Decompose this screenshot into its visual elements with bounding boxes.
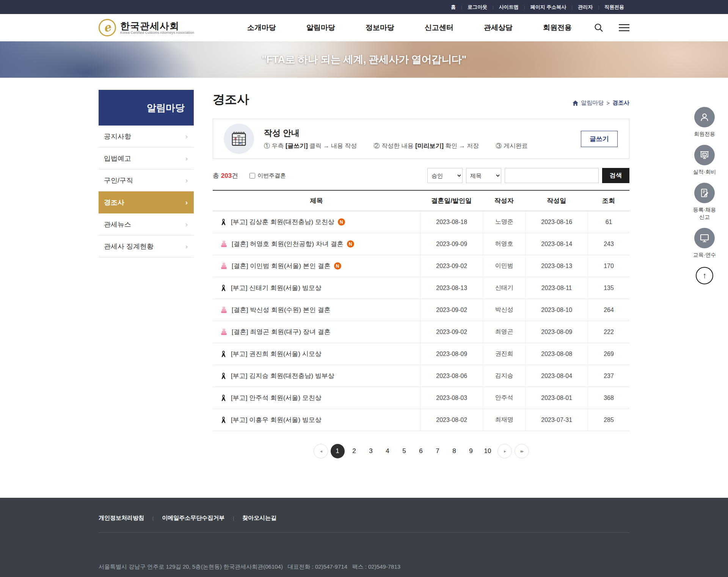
post-title-link[interactable]: [부고] 신태기 회원(서울) 빙모상 bbox=[231, 284, 322, 292]
scroll-to-top-button[interactable]: ↑ bbox=[696, 267, 713, 284]
ribbon-icon bbox=[220, 218, 227, 226]
chevron-right-icon: › bbox=[185, 220, 188, 229]
calendar-icon bbox=[224, 124, 254, 154]
post-title-link[interactable]: [결혼] 허영호 회원(인천공항) 차녀 결혼 bbox=[232, 240, 344, 248]
this-week-wedding-filter[interactable]: 이번주결혼 bbox=[249, 172, 286, 179]
nav-item-members[interactable]: 회원전용 bbox=[528, 23, 587, 33]
post-title-link[interactable]: [결혼] 최영곤 회원(대구) 장녀 결혼 bbox=[232, 328, 331, 336]
sidebar-item-family-events[interactable]: 경조사› bbox=[99, 191, 194, 213]
menu-icon[interactable] bbox=[619, 24, 629, 31]
nav-item-notice[interactable]: 알림마당 bbox=[291, 23, 350, 33]
search-icon[interactable] bbox=[594, 23, 604, 33]
quick-menu: 회원전용 실적·회비 등록·채용 신고 교육·연수 ↑ bbox=[688, 107, 721, 284]
sidebar-item-legislation[interactable]: 입법예고› bbox=[99, 147, 194, 169]
table-row: [결혼] 최영곤 회원(대구) 장녀 결혼2023-09-02최영곤2023-0… bbox=[213, 321, 629, 343]
post-title-link[interactable]: [결혼] 이민범 회원(서울) 본인 결혼 bbox=[232, 262, 331, 270]
search-input[interactable] bbox=[505, 168, 599, 183]
topbar-link-sitemap[interactable]: 사이트맵 bbox=[494, 4, 524, 11]
page-number-1[interactable]: 1 bbox=[331, 444, 345, 458]
event-date-cell: 2023-08-13 bbox=[420, 277, 483, 299]
write-button[interactable]: 글쓰기 bbox=[581, 131, 618, 147]
site-header: e 한국관세사회 Korea Certified Customs Attorne… bbox=[0, 14, 728, 41]
table-row: [부고] 김지승 회원(대전충남) 빙부상2023-08-06김지승2023-0… bbox=[213, 365, 629, 387]
search-button[interactable]: 검색 bbox=[602, 168, 629, 183]
cake-icon bbox=[220, 240, 228, 248]
page-number-5[interactable]: 5 bbox=[397, 444, 411, 458]
quickmenu-members[interactable]: 회원전용 bbox=[690, 107, 719, 138]
page-number-6[interactable]: 6 bbox=[414, 444, 428, 458]
topbar-link-copy-url[interactable]: 페이지 주소복사 bbox=[525, 4, 572, 11]
page-number-7[interactable]: 7 bbox=[431, 444, 445, 458]
written-date-cell: 2023-08-11 bbox=[525, 277, 588, 299]
topbar-link-logout[interactable]: 로그아웃 bbox=[462, 4, 493, 11]
next-page-button[interactable]: ▸ bbox=[497, 444, 512, 458]
nav-item-consult[interactable]: 관세상담 bbox=[469, 23, 528, 33]
nav-item-report[interactable]: 신고센터 bbox=[410, 23, 469, 33]
sidebar-item-jobs[interactable]: 구인/구직› bbox=[99, 169, 194, 191]
user-icon bbox=[694, 107, 715, 127]
table-body: [부고] 김상훈 회원(대전충남) 모친상N2023-08-18노명준2023-… bbox=[213, 211, 629, 431]
sidebar-item-discipline[interactable]: 관세사 징계현황› bbox=[99, 235, 194, 257]
divider: | bbox=[152, 516, 154, 521]
post-title-link[interactable]: [부고] 김상훈 회원(대전충남) 모친상 bbox=[231, 218, 334, 226]
sidebar-item-notice[interactable]: 공지사항› bbox=[99, 125, 194, 147]
divider bbox=[99, 532, 629, 533]
page-number-9[interactable]: 9 bbox=[464, 444, 478, 458]
breadcrumb-section[interactable]: 알림마당 bbox=[581, 99, 604, 107]
breadcrumb: 알림마당 > 경조사 bbox=[573, 99, 629, 108]
sidebar: 알림마당 공지사항› 입법예고› 구인/구직› 경조사› 관세뉴스› 관세사 징… bbox=[99, 90, 194, 257]
event-date-cell: 2023-09-02 bbox=[420, 321, 483, 343]
author-cell: 노명준 bbox=[483, 211, 525, 233]
last-page-button[interactable]: ▸▸ bbox=[515, 444, 529, 458]
logo-title: 한국관세사회 bbox=[120, 21, 194, 31]
written-date-cell: 2023-08-10 bbox=[525, 299, 588, 321]
ribbon-icon bbox=[220, 416, 227, 424]
chevron-right-icon: › bbox=[185, 176, 188, 185]
status-select[interactable]: 승인 bbox=[427, 168, 463, 183]
ribbon-icon bbox=[220, 284, 227, 292]
new-badge: N bbox=[338, 218, 345, 226]
table-row: [부고] 신태기 회원(서울) 빙모상2023-08-13신태기2023-08-… bbox=[213, 277, 629, 299]
sidebar-item-customs-news[interactable]: 관세뉴스› bbox=[99, 213, 194, 235]
post-title-link[interactable]: [부고] 안주석 회원(서울) 모친상 bbox=[231, 394, 322, 402]
page-number-2[interactable]: 2 bbox=[347, 444, 361, 458]
divider: | bbox=[233, 516, 234, 521]
breadcrumb-current: 경조사 bbox=[612, 99, 629, 107]
page-number-10[interactable]: 10 bbox=[481, 444, 495, 458]
quickmenu-education[interactable]: 교육·연수 bbox=[690, 228, 719, 259]
page-number-4[interactable]: 4 bbox=[381, 444, 395, 458]
post-title-link[interactable]: [부고] 김지승 회원(대전충남) 빙부상 bbox=[231, 372, 334, 380]
ribbon-icon bbox=[220, 350, 227, 358]
author-cell: 이민범 bbox=[483, 255, 525, 277]
footer-link-directions[interactable]: 찾아오시는길 bbox=[242, 514, 276, 522]
event-date-cell: 2023-08-18 bbox=[420, 211, 483, 233]
this-week-wedding-checkbox[interactable] bbox=[249, 173, 255, 179]
event-date-cell: 2023-09-09 bbox=[420, 233, 483, 255]
presentation-icon bbox=[694, 145, 715, 165]
logo[interactable]: e 한국관세사회 Korea Certified Customs Attorne… bbox=[99, 19, 194, 36]
page-number-3[interactable]: 3 bbox=[364, 444, 378, 458]
page-number-8[interactable]: 8 bbox=[447, 444, 461, 458]
views-cell: 264 bbox=[588, 299, 629, 321]
post-title-link[interactable]: [결혼] 박신성 회원(수원) 본인 결혼 bbox=[232, 306, 331, 314]
pagination: ◂ 12345678910 ▸ ▸▸ bbox=[213, 444, 629, 458]
post-title-link[interactable]: [부고] 이흥우 회원(서울) 빙모상 bbox=[231, 416, 322, 424]
nav-item-info[interactable]: 정보마당 bbox=[350, 23, 410, 33]
col-header-title: 제목 bbox=[213, 196, 420, 205]
prev-page-button[interactable]: ◂ bbox=[314, 444, 328, 458]
search-field-select[interactable]: 제목 bbox=[466, 168, 501, 183]
home-icon[interactable] bbox=[573, 100, 578, 106]
written-date-cell: 2023-07-31 bbox=[525, 409, 588, 431]
breadcrumb-separator: > bbox=[606, 100, 610, 106]
footer-link-no-email[interactable]: 이메일주소무단수집거부 bbox=[162, 514, 224, 522]
nav-item-intro[interactable]: 소개마당 bbox=[232, 23, 291, 33]
page-title: 경조사 bbox=[213, 91, 249, 108]
post-title-link[interactable]: [부고] 권진희 회원(서울) 시모상 bbox=[231, 350, 322, 358]
topbar-link-home[interactable]: 홈 bbox=[446, 4, 461, 11]
quickmenu-registration-report[interactable]: 등록·채용 신고 bbox=[690, 183, 719, 221]
topbar-link-admin[interactable]: 관리자 bbox=[573, 4, 598, 11]
footer-link-privacy[interactable]: 개인정보처리방침 bbox=[99, 514, 144, 522]
quickmenu-performance-fees[interactable]: 실적·회비 bbox=[690, 145, 719, 176]
logo-icon: e bbox=[99, 19, 116, 36]
topbar-link-staff[interactable]: 직원전용 bbox=[599, 4, 629, 11]
